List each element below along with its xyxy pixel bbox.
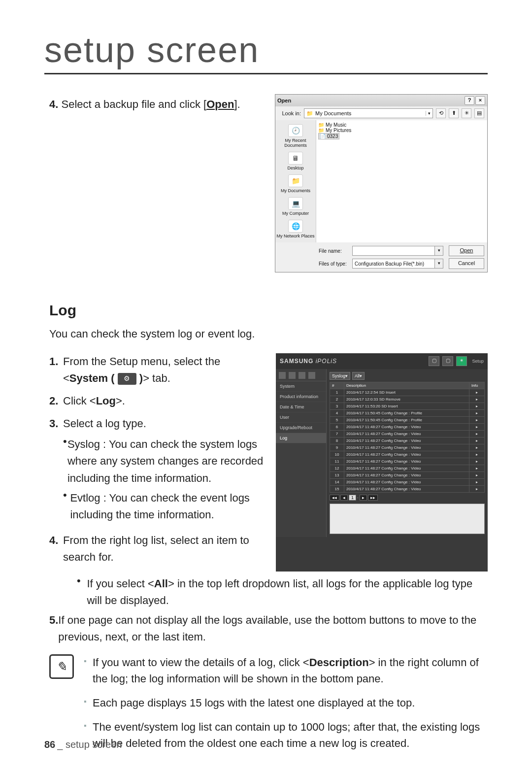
table-row[interactable]: 102010/4/17 11:48:27 Config Change : Vid…: [330, 451, 485, 458]
sidebar-item-product[interactable]: Product information: [276, 392, 326, 402]
filename-dropdown[interactable]: ▾: [435, 246, 443, 256]
filetype-dropdown[interactable]: ▾: [435, 259, 443, 269]
sidebar-item-datetime[interactable]: Date & Time: [276, 402, 326, 412]
table-row[interactable]: 132010/4/17 11:48:27 Config Change : Vid…: [330, 472, 485, 479]
table-row[interactable]: 92010/4/17 11:48:27 Config Change : Vide…: [330, 444, 485, 451]
info-button[interactable]: ▸: [469, 444, 485, 451]
place-network[interactable]: 🌐My Network Places: [275, 218, 316, 240]
filetype-select[interactable]: Configuration Backup File(*.bin): [352, 259, 435, 269]
table-header-row: # Description Info: [330, 382, 485, 389]
sidebar-icon[interactable]: [289, 372, 296, 379]
table-row[interactable]: 122010/4/17 11:48:27 Config Change : Vid…: [330, 465, 485, 472]
next-page-button[interactable]: ▸: [360, 495, 367, 501]
folder-icon: 📁: [318, 122, 324, 128]
step-number: 4.: [49, 532, 63, 566]
info-button[interactable]: ▸: [469, 403, 485, 410]
last-page-button[interactable]: ▸▸: [368, 495, 378, 501]
view-button[interactable]: ▤: [474, 108, 484, 118]
info-button[interactable]: ▸: [469, 424, 485, 431]
open-dialog-titlebar[interactable]: Open ? ×: [275, 95, 487, 106]
setup-label: Setup: [472, 359, 484, 364]
sidebar-item-user[interactable]: User: [276, 412, 326, 423]
info-button[interactable]: ▸: [469, 410, 485, 417]
table-row[interactable]: 72010/4/17 11:48:27 Config Change : Vide…: [330, 431, 485, 437]
table-row[interactable]: 42010/4/17 11:50:45 Config Change : Prof…: [330, 410, 485, 417]
page-title: setup screen: [44, 30, 488, 74]
info-button[interactable]: ▸: [469, 486, 485, 493]
t: From the right log list, select an item …: [63, 534, 249, 563]
sidebar-icon[interactable]: [299, 372, 305, 379]
table-row[interactable]: 82010/4/17 11:48:27 Config Change : Vide…: [330, 437, 485, 444]
cell-desc: 2010/4/17 11:48:27 Config Change : Video: [344, 451, 469, 458]
computer-icon: 💻: [288, 197, 303, 210]
open-button[interactable]: Open: [449, 245, 484, 256]
table-row[interactable]: 12010/4/17 12:2:54 SD Insert▸: [330, 389, 485, 396]
close-button[interactable]: ×: [475, 96, 485, 105]
info-button[interactable]: ▸: [469, 472, 485, 479]
up-button[interactable]: ⬆: [449, 108, 459, 118]
table-row[interactable]: 142010/4/17 11:48:27 Config Change : Vid…: [330, 479, 485, 486]
header-tab[interactable]: ▢: [442, 356, 453, 366]
list-item-selected[interactable]: 📄0323: [318, 133, 339, 139]
info-button[interactable]: ▸: [469, 389, 485, 396]
info-button[interactable]: ▸: [469, 458, 485, 465]
t: If you select <: [87, 577, 154, 590]
log-row: 1. From the Setup menu, select the <Syst…: [44, 353, 488, 572]
sidebar-item-upgrade[interactable]: Upgrade/Reboot: [276, 423, 326, 433]
sidebar-icon[interactable]: [279, 372, 286, 379]
header-tab[interactable]: ▢: [429, 356, 439, 366]
table-row[interactable]: 32010/4/17 11:53:20 SD Insert▸: [330, 403, 485, 410]
info-button[interactable]: ▸: [469, 465, 485, 472]
logtype-select[interactable]: Syslog ▾: [330, 372, 350, 380]
col-num: #: [330, 382, 344, 389]
logitem-select[interactable]: All ▾: [352, 372, 365, 380]
list-item[interactable]: 📁My Music: [318, 122, 485, 128]
table-row[interactable]: 52010/4/17 11:50:45 Config Change : Prof…: [330, 417, 485, 424]
cell-desc: 2010/4/17 11:50:45 Config Change : Profi…: [344, 417, 469, 424]
log-intro: You can check the system log or event lo…: [49, 328, 488, 340]
place-recent[interactable]: 🕘My Recent Documents: [275, 122, 316, 150]
back-button[interactable]: ⟲: [436, 108, 446, 118]
prev-page-button[interactable]: ◂: [340, 495, 348, 501]
place-desktop[interactable]: 🖥Desktop: [275, 150, 316, 172]
place-documents[interactable]: 📁My Documents: [275, 172, 316, 195]
help-button[interactable]: ?: [465, 96, 474, 105]
open-dialog-bottom: File name: ▾ Open Files of type: Configu…: [275, 242, 487, 272]
info-button[interactable]: ▸: [469, 431, 485, 437]
table-row[interactable]: 112010/4/17 11:48:27 Config Change : Vid…: [330, 458, 485, 465]
sidebar-item-log[interactable]: Log: [276, 433, 326, 443]
chevron-down-icon[interactable]: ▾: [426, 111, 431, 116]
table-row[interactable]: 62010/4/17 11:48:27 Config Change : Vide…: [330, 424, 485, 431]
col-desc[interactable]: Description: [344, 382, 469, 389]
first-page-button[interactable]: ◂◂: [330, 495, 339, 501]
step-number: 1.: [49, 353, 63, 387]
header-tab-setup[interactable]: ✶: [456, 356, 467, 366]
filename-input[interactable]: [352, 246, 435, 256]
bullet: •Evtlog : You can check the event logs i…: [63, 490, 266, 523]
brand-b: iPOLiS: [316, 358, 337, 365]
table-row[interactable]: 152010/4/17 11:48:27 Config Change : Vid…: [330, 486, 485, 493]
cancel-button[interactable]: Cancel: [449, 258, 484, 269]
list-item[interactable]: 📁My Pictures: [318, 128, 485, 133]
info-button[interactable]: ▸: [469, 451, 485, 458]
place-computer[interactable]: 💻My Computer: [275, 195, 316, 218]
info-button[interactable]: ▸: [469, 437, 485, 444]
note-item: ▪ If you want to view the details of a l…: [84, 654, 488, 687]
sidebar-item-system[interactable]: System: [276, 381, 326, 392]
file-name: 0323: [327, 134, 338, 139]
cell-num: 7: [330, 431, 344, 437]
page-footer: 86_ setup screen: [44, 739, 122, 750]
cell-desc: 2010/4/17 11:48:27 Config Change : Video: [344, 431, 469, 437]
sidebar-icon[interactable]: [308, 372, 315, 379]
note-text: Each page displays 15 logs with the late…: [93, 695, 415, 711]
ipolis-screenshot: SAMSUNG iPOLiS ▢ ▢ ✶ Setup System Produc…: [276, 353, 488, 572]
lookin-select[interactable]: 📁 My Documents ▾: [304, 108, 433, 118]
table-row[interactable]: 22010/4/17 12:0:33 SD Remove▸: [330, 396, 485, 403]
new-folder-button[interactable]: ✳: [462, 108, 471, 118]
file-list[interactable]: 📁My Music 📁My Pictures 📄0323: [316, 120, 487, 242]
square-bullet: ▪: [84, 654, 93, 687]
step-number: 5.: [49, 612, 58, 645]
info-button[interactable]: ▸: [469, 417, 485, 424]
info-button[interactable]: ▸: [469, 396, 485, 403]
info-button[interactable]: ▸: [469, 479, 485, 486]
